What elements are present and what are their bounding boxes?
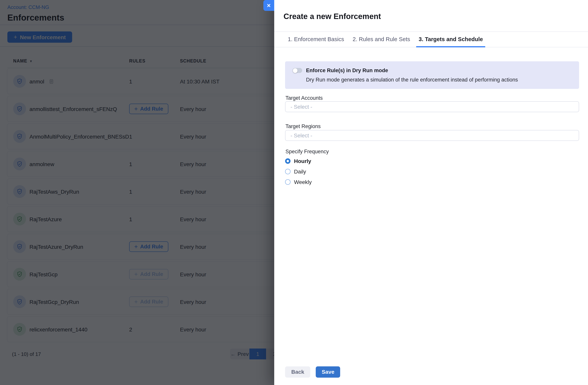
save-button[interactable]: Save bbox=[316, 366, 340, 377]
back-button[interactable]: Back bbox=[285, 366, 311, 377]
dry-run-toggle[interactable] bbox=[293, 68, 302, 73]
dry-run-description: Dry Run mode generates a simulation of t… bbox=[306, 77, 518, 83]
close-button[interactable] bbox=[263, 0, 274, 11]
close-icon bbox=[267, 2, 271, 8]
target-regions-select[interactable]: - Select - bbox=[285, 130, 579, 141]
drawer-footer: Back Save bbox=[285, 366, 340, 377]
target-accounts-label: Target Accounts bbox=[285, 95, 323, 101]
frequency-option-daily[interactable]: Daily bbox=[285, 168, 306, 175]
target-regions-label: Target Regions bbox=[285, 123, 321, 129]
create-enforcement-drawer: Create a new Enforcement 1. Enforcement … bbox=[274, 0, 588, 385]
drawer-header: Create a new Enforcement bbox=[274, 0, 588, 32]
dry-run-label: Enforce Rule(s) in Dry Run mode bbox=[306, 68, 388, 73]
toggle-knob bbox=[293, 68, 297, 73]
radio-icon bbox=[285, 179, 291, 184]
radio-label: Daily bbox=[294, 168, 306, 175]
frequency-option-weekly[interactable]: Weekly bbox=[285, 179, 312, 185]
target-accounts-placeholder: - Select - bbox=[291, 104, 312, 110]
radio-label: Hourly bbox=[294, 158, 311, 164]
dry-run-banner: Enforce Rule(s) in Dry Run mode Dry Run … bbox=[285, 61, 579, 89]
frequency-option-hourly[interactable]: Hourly bbox=[285, 158, 311, 164]
radio-label: Weekly bbox=[294, 179, 312, 185]
target-accounts-select[interactable]: - Select - bbox=[285, 101, 579, 112]
screen: Account: CCM-NG Enforcements New Enforce… bbox=[0, 0, 588, 385]
specify-frequency-label: Specify Frequency bbox=[285, 149, 329, 155]
radio-selected-icon bbox=[285, 158, 291, 164]
wizard-tabs: 1. Enforcement Basics 2. Rules and Rule … bbox=[274, 32, 588, 47]
target-regions-placeholder: - Select - bbox=[291, 132, 312, 138]
radio-icon bbox=[285, 169, 291, 174]
tab-targets-and-schedule[interactable]: 3. Targets and Schedule bbox=[416, 32, 485, 47]
tab-rules-and-rule-sets[interactable]: 2. Rules and Rule Sets bbox=[350, 32, 413, 47]
tab-enforcement-basics[interactable]: 1. Enforcement Basics bbox=[285, 32, 346, 47]
drawer-title: Create a new Enforcement bbox=[284, 12, 381, 21]
